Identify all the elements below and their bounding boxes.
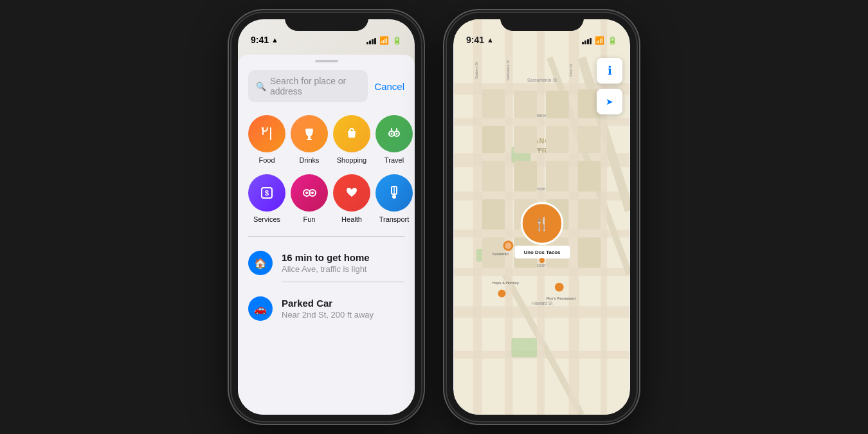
category-drinks-label: Drinks — [299, 156, 319, 164]
suggestion-home[interactable]: 🏠 16 min to get home Alice Ave, traffic … — [248, 244, 404, 282]
svg-rect-56 — [482, 126, 505, 154]
svg-text:First St: First St — [569, 64, 573, 77]
divider-1 — [248, 236, 404, 237]
svg-text:Hops & Hominy: Hops & Hominy — [493, 281, 519, 285]
suggestion-car[interactable]: 🚗 Parked Car Near 2nd St, 200 ft away — [248, 290, 404, 327]
suggestion-home-text: 16 min to get home Alice Ave, traffic is… — [282, 252, 404, 274]
svg-point-75 — [555, 283, 564, 292]
category-fun[interactable]: Fun — [291, 174, 328, 223]
svg-rect-54 — [514, 91, 537, 118]
phone-right: Sacramento St Halleck St Post St Jessie … — [447, 13, 637, 421]
status-icons-left: 📶 🔋 — [366, 36, 402, 45]
svg-point-16 — [311, 192, 314, 194]
svg-rect-7 — [391, 128, 392, 131]
divider-2 — [282, 282, 404, 282]
location-button[interactable]: ➤ — [597, 89, 622, 114]
notch-left — [285, 13, 368, 31]
category-fun-label: Fun — [303, 215, 316, 223]
category-shopping-icon — [333, 115, 370, 152]
status-icons-right: 📶 🔋 — [582, 36, 617, 45]
category-shopping[interactable]: Shopping — [333, 115, 370, 164]
category-transport-label: Transport — [379, 215, 410, 223]
svg-rect-53 — [482, 89, 505, 118]
svg-text:Uno Dos Tacos: Uno Dos Tacos — [523, 249, 561, 255]
category-food-icon — [248, 115, 285, 152]
category-services-label: Services — [253, 215, 280, 223]
location-arrow-left: ▲ — [271, 36, 278, 44]
svg-rect-58 — [546, 126, 569, 154]
svg-point-9 — [391, 133, 393, 135]
svg-point-4 — [307, 130, 312, 132]
suggestion-home-subtitle: Alice Ave, traffic is light — [282, 264, 404, 274]
svg-text:🍴: 🍴 — [534, 216, 550, 231]
info-button[interactable]: ℹ — [597, 58, 622, 84]
cancel-button[interactable]: Cancel — [374, 81, 404, 92]
suggestion-car-title: Parked Car — [282, 298, 404, 309]
screen-right: Sacramento St Halleck St Post St Jessie … — [453, 19, 630, 415]
svg-rect-65 — [482, 199, 505, 230]
search-placeholder-text: Search for place or address — [270, 76, 360, 96]
svg-rect-68 — [578, 199, 601, 230]
category-fun-icon — [291, 174, 328, 212]
suggestion-car-icon: 🚗 — [248, 296, 273, 321]
svg-text:Roy's Restaurant: Roy's Restaurant — [547, 296, 576, 300]
svg-text:Sansome St: Sansome St — [506, 60, 510, 81]
svg-text:$: $ — [265, 189, 269, 197]
suggestion-car-subtitle: Near 2nd St, 200 ft away — [282, 310, 404, 320]
wifi-icon: 📶 — [379, 36, 389, 45]
search-input[interactable]: 🔍 Search for place or address — [248, 70, 368, 102]
category-travel-icon — [375, 115, 413, 152]
screen-left: 9:41 ▲ 📶 🔋 🔍 Search for — [238, 19, 415, 415]
location-arrow-right: ▲ — [487, 36, 494, 44]
svg-rect-61 — [482, 161, 505, 192]
svg-rect-52 — [511, 338, 537, 357]
category-travel-label: Travel — [384, 156, 404, 164]
category-food[interactable]: Food — [248, 115, 285, 164]
category-drinks[interactable]: Drinks — [291, 115, 328, 164]
category-transport-icon — [375, 174, 413, 212]
svg-rect-60 — [578, 126, 601, 154]
category-grid: Food Drinks — [248, 113, 404, 236]
map-controls: ℹ ➤ — [597, 58, 622, 118]
category-services[interactable]: $ Services — [248, 174, 285, 223]
svg-rect-3 — [307, 139, 312, 140]
svg-rect-62 — [514, 161, 537, 192]
suggestion-home-icon: 🏠 — [248, 251, 273, 275]
category-health-label: Health — [341, 215, 362, 223]
svg-rect-1 — [270, 127, 271, 140]
svg-point-76 — [498, 290, 506, 298]
svg-point-74 — [505, 242, 511, 249]
svg-text:Howard St: Howard St — [532, 301, 552, 305]
svg-text:Sacramento St: Sacramento St — [527, 78, 557, 82]
svg-point-10 — [396, 133, 398, 135]
category-health-icon — [333, 174, 370, 212]
time-left: 9:41 ▲ — [251, 35, 278, 45]
svg-rect-36 — [569, 19, 579, 415]
category-travel[interactable]: Travel — [375, 115, 413, 164]
svg-rect-72 — [578, 237, 601, 268]
svg-rect-8 — [396, 128, 397, 131]
svg-text:Battery St: Battery St — [475, 62, 478, 78]
battery-icon-right: 🔋 — [608, 36, 617, 45]
category-services-icon: $ — [248, 174, 285, 212]
signal-icon — [366, 37, 376, 44]
svg-rect-2 — [308, 136, 311, 139]
search-bar[interactable]: 🔍 Search for place or address Cancel — [248, 70, 404, 102]
svg-rect-64 — [578, 161, 601, 192]
svg-rect-57 — [514, 126, 537, 154]
sheet-handle — [315, 60, 338, 62]
notch-right — [500, 13, 584, 31]
wifi-icon-right: 📶 — [595, 36, 604, 45]
time-right: 9:41 ▲ — [466, 35, 494, 45]
suggestion-home-title: 16 min to get home — [282, 252, 404, 263]
svg-point-15 — [305, 192, 308, 194]
category-transport[interactable]: Transport — [375, 174, 413, 223]
category-food-label: Food — [258, 156, 275, 164]
svg-text:Sushirrito: Sushirrito — [493, 252, 509, 256]
signal-icon-right — [582, 37, 592, 44]
category-drinks-icon — [291, 115, 328, 152]
category-health[interactable]: Health — [333, 174, 370, 223]
svg-point-84 — [539, 258, 545, 263]
search-icon: 🔍 — [256, 82, 266, 91]
phone-left: 9:41 ▲ 📶 🔋 🔍 Search for — [231, 13, 421, 421]
